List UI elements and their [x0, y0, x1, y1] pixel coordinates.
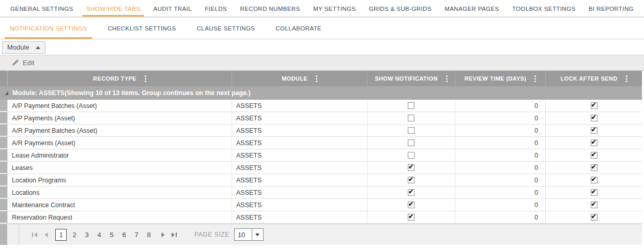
lock-after-send-checkbox[interactable]: [591, 177, 597, 183]
row-handle[interactable]: [0, 137, 7, 149]
lock-after-send-cell: [545, 137, 642, 149]
page-size-dropdown-button[interactable]: [252, 229, 263, 240]
module-cell: ASSETS: [232, 137, 367, 149]
page-number-1[interactable]: 1: [55, 229, 67, 241]
page-number-8[interactable]: 8: [144, 231, 154, 239]
row-handle[interactable]: [0, 162, 7, 174]
record-type-cell: Lease Administrator: [7, 149, 232, 161]
grid-header-row: RECORD TYPE MODULE SHOW NOTIFICATION REV…: [0, 71, 642, 86]
lock-after-send-cell: [545, 149, 642, 161]
primary-tab-bar: GENERAL SETTINGSSHOW/HIDE TABSAUDIT TRAI…: [0, 0, 644, 18]
page-number-2[interactable]: 2: [70, 231, 79, 239]
table-row: LocationsASSETS0: [0, 187, 642, 199]
page-number-3[interactable]: 3: [82, 231, 91, 239]
review-time-cell: 0: [455, 149, 545, 161]
lock-after-send-cell: [545, 112, 642, 124]
lock-after-send-checkbox[interactable]: [591, 127, 597, 134]
edit-button[interactable]: Edit: [11, 59, 34, 67]
row-handle[interactable]: [0, 112, 7, 124]
column-header-label: MODULE: [282, 75, 308, 82]
module-cell: ASSETS: [232, 162, 367, 174]
page-number-4[interactable]: 4: [95, 231, 104, 239]
show-notification-checkbox[interactable]: [408, 202, 415, 208]
column-menu-icon[interactable]: [446, 75, 448, 82]
page-size-dropdown[interactable]: 10: [234, 228, 264, 241]
page-number-6[interactable]: 6: [119, 231, 129, 239]
table-row: LeasesASSETS0: [0, 162, 642, 174]
lock-after-send-checkbox[interactable]: [591, 102, 597, 109]
tab-toolbox-settings[interactable]: TOOLBOX SETTINGS: [510, 1, 578, 16]
tab-grids-sub-grids[interactable]: GRIDS & SUB-GRIDS: [367, 1, 434, 16]
lock-after-send-cell: [545, 187, 642, 198]
first-page-button[interactable]: [29, 228, 40, 241]
show-notification-checkbox[interactable]: [408, 102, 415, 109]
lock-after-send-checkbox[interactable]: [591, 164, 597, 171]
group-by-chip-label: Module: [7, 43, 29, 51]
review-time-cell: 0: [455, 199, 545, 211]
tab-collaborate[interactable]: COLLABORATE: [274, 18, 323, 39]
tab-my-settings[interactable]: MY SETTINGS: [311, 1, 358, 16]
lock-after-send-checkbox[interactable]: [591, 115, 597, 121]
show-notification-checkbox[interactable]: [408, 127, 415, 134]
column-header-record-type[interactable]: RECORD TYPE: [7, 71, 232, 86]
next-page-button[interactable]: [157, 228, 168, 241]
lock-after-send-checkbox[interactable]: [591, 214, 597, 221]
record-type-cell: Maintenance Contract: [7, 199, 232, 211]
notification-settings-grid: RECORD TYPE MODULE SHOW NOTIFICATION REV…: [0, 71, 642, 224]
show-notification-checkbox[interactable]: [408, 115, 415, 121]
grid-body: A/P Payment Batches (Asset)ASSETS0A/P Pa…: [0, 100, 642, 224]
show-notification-checkbox[interactable]: [408, 214, 415, 221]
row-handle[interactable]: [0, 211, 7, 223]
column-header-lock-after-send[interactable]: LOCK AFTER SEND: [545, 71, 642, 86]
page-number-7[interactable]: 7: [132, 231, 141, 239]
tab-checklist-settings[interactable]: CHECKLIST SETTINGS: [106, 18, 177, 39]
caret-up-icon[interactable]: [36, 46, 40, 49]
show-notification-cell: [367, 187, 455, 198]
show-notification-checkbox[interactable]: [408, 152, 415, 159]
tab-audit-trail[interactable]: AUDIT TRAIL: [151, 1, 194, 16]
column-header-module[interactable]: MODULE: [232, 71, 367, 86]
group-by-chip-module[interactable]: Module: [2, 41, 45, 54]
column-menu-icon[interactable]: [145, 75, 146, 82]
tab-general-settings[interactable]: GENERAL SETTINGS: [8, 1, 75, 16]
column-header-show-notification[interactable]: SHOW NOTIFICATION: [367, 71, 455, 86]
previous-page-button[interactable]: [40, 228, 52, 241]
review-time-cell: 0: [455, 187, 545, 198]
row-handle[interactable]: [0, 100, 7, 112]
column-header-review-time[interactable]: REVIEW TIME (DAYS): [455, 71, 545, 86]
lock-after-send-checkbox[interactable]: [591, 202, 597, 208]
page-number-5[interactable]: 5: [107, 231, 116, 239]
column-menu-icon[interactable]: [316, 75, 317, 82]
tab-manager-pages[interactable]: MANAGER PAGES: [442, 1, 501, 16]
tab-bi-reporting[interactable]: BI REPORTING: [587, 1, 636, 16]
tab-show-hide-tabs[interactable]: SHOW/HIDE TABS: [84, 1, 142, 16]
lock-after-send-checkbox[interactable]: [591, 140, 597, 146]
review-time-cell: 0: [455, 162, 545, 174]
show-notification-checkbox[interactable]: [408, 140, 415, 146]
row-handle[interactable]: [0, 199, 7, 211]
show-notification-checkbox[interactable]: [408, 189, 415, 196]
last-page-button[interactable]: [168, 228, 180, 241]
collapse-group-icon[interactable]: [0, 91, 12, 96]
review-time-cell: 0: [455, 100, 545, 112]
record-type-cell: A/P Payments (Asset): [7, 112, 232, 124]
tab-notification-settings[interactable]: NOTIFICATION SETTINGS: [9, 18, 88, 39]
row-handle[interactable]: [0, 187, 7, 198]
lock-after-send-checkbox[interactable]: [591, 152, 597, 159]
row-handle[interactable]: [0, 149, 7, 161]
tab-record-numbers[interactable]: RECORD NUMBERS: [238, 1, 302, 16]
secondary-tab-bar: NOTIFICATION SETTINGSCHECKLIST SETTINGSC…: [0, 18, 644, 39]
column-menu-icon[interactable]: [626, 75, 627, 82]
review-time-cell: 0: [455, 174, 545, 186]
row-handle[interactable]: [0, 125, 7, 136]
previous-page-icon: [43, 232, 49, 238]
show-notification-checkbox[interactable]: [408, 164, 415, 171]
column-menu-icon[interactable]: [534, 75, 536, 82]
lock-after-send-checkbox[interactable]: [591, 189, 597, 196]
tab-fields[interactable]: FIELDS: [203, 1, 229, 16]
table-row: A/R Payments (Asset)ASSETS0: [0, 137, 642, 149]
show-notification-checkbox[interactable]: [408, 177, 415, 183]
record-type-cell: A/R Payments (Asset): [7, 137, 232, 149]
tab-clause-settings[interactable]: CLAUSE SETTINGS: [196, 18, 256, 39]
row-handle[interactable]: [0, 174, 7, 186]
